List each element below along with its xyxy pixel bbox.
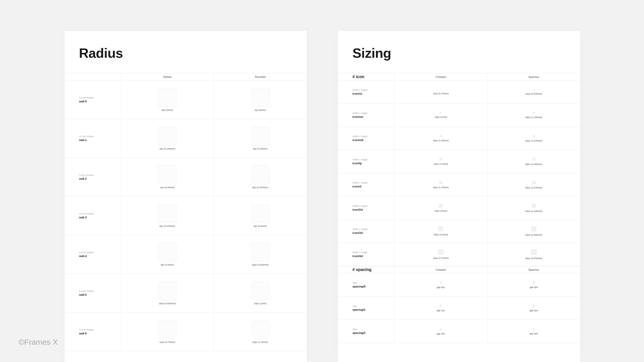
spacing-value-compact: gap 1px: [437, 309, 445, 312]
radius-value-rounded: 20px (1.25rem): [252, 341, 268, 343]
icon-swatch-spacious: [531, 226, 536, 232]
row-caption: Width x Height: [352, 89, 394, 91]
row-caption: Corner Radius: [79, 290, 121, 292]
token-name: radi-6: [79, 332, 121, 335]
icon-swatch-compact: [439, 181, 442, 184]
row-caption: Gap: [352, 282, 394, 284]
radius-col-default: Default: [121, 73, 214, 80]
spacing-bar-spacious: [534, 304, 534, 308]
radius-panel: Radius Default Rounded Corner Radiusradi…: [65, 31, 307, 362]
row-caption: Corner Radius: [79, 135, 121, 138]
radius-value-default: 0px (0rem): [162, 109, 173, 111]
radius-swatch-rounded: [251, 127, 270, 145]
spacing-section-header: # spacing: [338, 267, 394, 272]
radius-value-default: 10px (0.625rem): [159, 302, 176, 305]
token-name: radi-0: [79, 100, 121, 103]
radius-swatch-default: [158, 166, 177, 184]
radius-value-default: 6px (0.375rem): [159, 225, 175, 227]
spacing-row: Gapspacing/0gap 0pxgap 0px: [338, 273, 580, 297]
sizing-title: Sizing: [338, 31, 580, 61]
icon-swatch-compact: [440, 89, 441, 90]
icon-swatch-compact: [438, 226, 443, 231]
row-caption: Width x Height: [352, 182, 394, 184]
row-caption: Width x Height: [352, 205, 394, 207]
spacing-col-compact: Compact: [394, 266, 487, 273]
row-caption: Width x Height: [352, 251, 394, 254]
radius-value-rounded: 10px (0.625rem): [252, 264, 269, 266]
token-name: icon/xs: [352, 92, 394, 95]
icon-value-compact: 12px (0.75rem): [433, 92, 449, 95]
radius-col-rounded: Rounded: [214, 73, 307, 80]
icon-swatch-spacious: [532, 204, 536, 208]
radius-row: Corner Radiusradi-510px (0.625rem)16px (…: [65, 274, 307, 312]
icon-swatch-compact: [440, 112, 442, 114]
token-name: radi-3: [79, 216, 121, 219]
spacing-bar-compact: [441, 281, 441, 284]
spacing-value-spacious: gap 2px: [529, 309, 538, 312]
watermark: ©Frames X: [19, 338, 58, 347]
token-name: icon/sm: [352, 115, 394, 118]
radius-swatch-rounded: [251, 88, 270, 107]
spacing-value-compact: gap 2px: [437, 332, 445, 335]
radius-value-rounded: 8px (0.5rem): [254, 225, 267, 227]
icon-value-spacious: 26px (1.625rem): [525, 163, 542, 166]
radius-swatch-rounded: [251, 166, 270, 184]
radius-row: Corner Radiusradi-612px (0.75rem)20px (1…: [65, 312, 307, 351]
icon-swatch-spacious: [532, 158, 535, 161]
radius-row: Corner Radiusradi-48px (0.5rem)10px (0.6…: [65, 235, 307, 274]
icon-swatch-spacious: [533, 135, 535, 137]
token-name: icon/2xl: [352, 208, 394, 211]
radius-value-default: 2px (0.125rem): [159, 147, 175, 150]
icon-swatch-spacious: [531, 249, 537, 255]
icon-value-compact: 40px (2.5rem): [433, 233, 448, 236]
row-caption: Corner Radius: [79, 251, 121, 254]
spacing-value-compact: gap 0px: [437, 286, 445, 289]
token-name: icon/3xl: [352, 231, 394, 234]
token-name: radi-5: [79, 293, 121, 296]
row-caption: Gap: [352, 328, 394, 331]
spacing-row: Gapspacing/2gap 2pxgap 4px: [338, 320, 580, 343]
radius-row: Corner Radiusradi-36px (0.375rem)8px (0.…: [65, 196, 307, 235]
icon-value-compact: 16px (1rem): [434, 116, 447, 118]
row-caption: Gap: [352, 305, 394, 307]
icon-size-row: Width x Heighticon/2xl32px (2rem)34px (2…: [338, 196, 580, 220]
icon-swatch-spacious: [533, 112, 535, 114]
spacing-bar-compact: [441, 304, 441, 308]
token-name: spacing/1: [352, 308, 394, 311]
spacing-bar-spacious: [534, 327, 534, 331]
token-name: icon/4xl: [352, 254, 394, 258]
icon-swatch-compact: [439, 204, 443, 208]
radius-swatch-default: [158, 320, 177, 339]
radius-value-rounded: 4px (0.25rem): [253, 147, 267, 150]
icon-value-spacious: 30px (1.875rem): [525, 186, 542, 189]
icon-size-row: Width x Heighticon/3xl40px (2.5rem)42px …: [338, 220, 580, 243]
token-name: icon/lg: [352, 162, 394, 165]
icon-value-spacious: 18px (1.125rem): [525, 116, 542, 119]
icon-value-spacious: 46px (2.875rem): [525, 257, 542, 260]
icon-swatch-compact: [440, 135, 442, 137]
token-name: spacing/0: [352, 285, 394, 288]
icon-value-spacious: 42px (2.625rem): [525, 234, 542, 236]
row-caption: Corner Radius: [79, 212, 121, 215]
icon-size-row: Width x Heighticon/xl28px (1.75rem)30px …: [338, 173, 580, 196]
row-caption: Width x Height: [352, 112, 394, 114]
spacing-bar-spacious: [534, 281, 534, 284]
radius-grid: Default Rounded Corner Radiusradi-00px (…: [65, 61, 307, 351]
token-name: radi-1: [79, 138, 121, 142]
radius-value-default: 4px (0.25rem): [160, 186, 174, 189]
sizing-col-spacious: Spacious: [487, 73, 580, 80]
spacing-col-spacious: Spacious: [487, 266, 580, 273]
token-name: spacing/2: [352, 331, 394, 334]
radius-row: Corner Radiusradi-00px (0rem)0px (0rem): [65, 80, 307, 119]
radius-swatch-rounded: [251, 282, 270, 300]
spacing-value-spacious: gap 0px: [529, 286, 538, 289]
icon-value-compact: 24px (1.5rem): [433, 163, 448, 165]
row-caption: Width x Height: [352, 158, 394, 161]
icon-swatch-spacious: [532, 181, 536, 184]
icon-size-row: Width x Heighticon/xs12px (0.75rem)14px …: [338, 80, 580, 104]
icon-size-row: Width x Heighticon/4xl44px (2.75rem)46px…: [338, 243, 580, 266]
row-caption: Corner Radius: [79, 174, 121, 176]
token-name: icon/md: [352, 138, 394, 142]
radius-swatch-default: [158, 127, 177, 145]
radius-swatch-rounded: [251, 243, 270, 261]
